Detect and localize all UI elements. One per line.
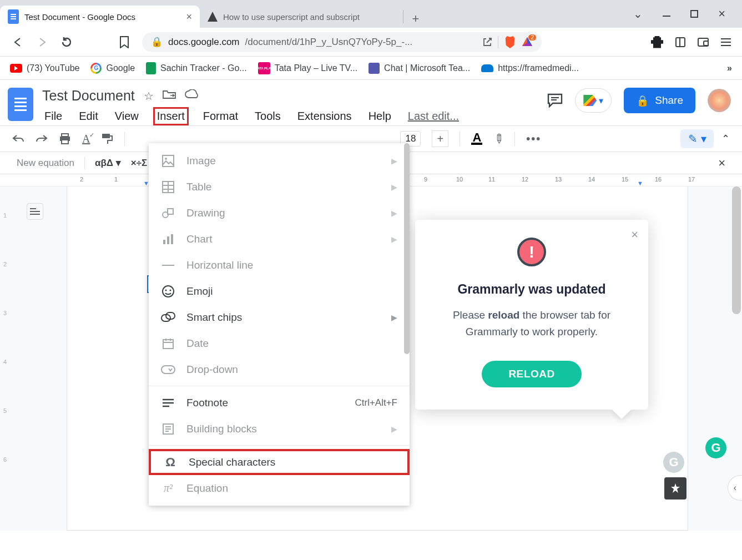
page-scrollbar[interactable] — [732, 186, 741, 314]
menu-item-table[interactable]: Table▶ — [149, 174, 410, 200]
ruler-tick: 6 — [3, 456, 7, 463]
menu-help[interactable]: Help — [366, 109, 393, 124]
menu-item-horizontal-line[interactable]: Horizontal line — [149, 252, 410, 278]
menu-item-special-characters[interactable]: ΩSpecial characters — [149, 449, 410, 475]
equation-bar-close-icon[interactable]: × — [718, 156, 725, 170]
menu-view[interactable]: View — [113, 109, 141, 124]
menu-item-smart-chips[interactable]: Smart chips▶ — [149, 304, 410, 330]
menu-item-chart[interactable]: Chart▶ — [149, 226, 410, 252]
menu-item-date[interactable]: Date — [149, 330, 410, 356]
menu-item-dropdown[interactable]: Drop-down — [149, 356, 410, 382]
menu-last-edit[interactable]: Last edit... — [406, 109, 461, 124]
menu-extensions[interactable]: Extensions — [295, 109, 354, 124]
window-minimize-icon[interactable] — [663, 16, 670, 17]
bookmark-label: https://framedmedi... — [498, 63, 579, 73]
document-title[interactable]: Test Document — [42, 88, 135, 104]
drawing-icon — [161, 206, 175, 220]
browser-tab-background[interactable]: How to use superscript and subscript — [200, 6, 400, 28]
new-tab-button[interactable]: + — [407, 10, 425, 28]
menu-insert[interactable]: Insert — [153, 107, 189, 125]
ruler-tick: 17 — [688, 176, 695, 183]
toolbar-more-icon[interactable]: ••• — [526, 133, 541, 145]
sidepanel-icon[interactable] — [675, 37, 685, 47]
submenu-arrow-icon: ▶ — [391, 313, 397, 322]
browser-tab-active[interactable]: Test Document - Google Docs × — [0, 6, 200, 28]
browser-menu-icon[interactable] — [721, 38, 731, 46]
submenu-arrow-icon: ▶ — [391, 183, 397, 191]
collapse-toolbar-icon[interactable]: ⌃ — [721, 133, 730, 145]
bookmark-item[interactable]: Google — [90, 63, 135, 74]
bookmark-item[interactable]: Chat | Microsoft Tea... — [369, 63, 470, 74]
menu-item-label: Building blocks — [186, 423, 257, 435]
back-button[interactable] — [11, 36, 24, 49]
brave-rewards-icon[interactable]: 2 — [522, 37, 533, 48]
insert-menu-dropdown: Image▶ Table▶ Drawing▶ Chart▶ Horizontal… — [149, 143, 410, 506]
meet-button[interactable]: ▾ — [575, 88, 612, 113]
bookmark-icon[interactable] — [118, 36, 131, 49]
star-icon[interactable]: ☆ — [144, 89, 154, 103]
wallet-icon[interactable] — [698, 38, 709, 47]
menu-item-label: Equation — [186, 482, 228, 495]
grammarly-reload-button[interactable]: RELOAD — [482, 361, 581, 387]
editing-mode-button[interactable]: ✎▾ — [680, 129, 714, 148]
menu-item-equation[interactable]: π²Equation — [149, 475, 410, 501]
menu-item-drawing[interactable]: Drawing▶ — [149, 200, 410, 226]
text-color-icon[interactable]: A — [471, 133, 482, 145]
docs-logo-icon[interactable] — [8, 88, 33, 121]
account-avatar[interactable] — [708, 89, 731, 112]
side-panel-expand-icon[interactable]: ‹ — [728, 475, 742, 501]
horizontal-line-icon — [161, 258, 175, 273]
menu-tools[interactable]: Tools — [253, 109, 283, 124]
sheets-icon — [146, 62, 156, 74]
cloud-status-icon[interactable] — [185, 89, 199, 103]
brave-shield-icon[interactable] — [504, 36, 516, 49]
outline-toggle-icon[interactable] — [27, 203, 43, 220]
bookmark-item[interactable]: https://framedmedi... — [481, 63, 579, 73]
ruler-tick: 9 — [424, 176, 427, 183]
menu-item-label: Footnote — [186, 397, 228, 409]
share-button[interactable]: 🔒Share — [624, 88, 695, 113]
highlight-color-icon[interactable]: ✎ — [490, 130, 507, 147]
grammarly-close-icon[interactable]: × — [631, 228, 638, 242]
grammarly-disabled-icon[interactable]: G — [663, 452, 684, 473]
menu-file[interactable]: File — [42, 109, 64, 124]
menu-item-emoji[interactable]: Emoji — [149, 278, 410, 304]
menu-separator — [149, 386, 410, 386]
extensions-icon[interactable] — [651, 36, 663, 48]
greek-letters-button[interactable]: αβΔ ▾ — [95, 157, 121, 169]
window-close-icon[interactable]: × — [718, 7, 725, 21]
menu-item-building-blocks[interactable]: Building blocks▶ — [149, 416, 410, 442]
move-icon[interactable] — [163, 89, 176, 103]
comment-history-icon[interactable] — [547, 93, 563, 108]
reload-button[interactable] — [60, 36, 73, 49]
tab-close-icon[interactable]: × — [186, 11, 192, 23]
svg-rect-18 — [163, 340, 173, 349]
tablist-chevron-icon[interactable]: ⌄ — [633, 7, 643, 21]
menu-item-image[interactable]: Image▶ — [149, 148, 410, 174]
explore-button[interactable] — [664, 477, 687, 500]
menu-item-footnote[interactable]: FootnoteCtrl+Alt+F — [149, 390, 410, 416]
redo-icon[interactable] — [36, 134, 48, 144]
bookmarks-overflow-icon[interactable]: » — [727, 63, 732, 73]
font-size-plus[interactable]: + — [432, 130, 448, 147]
bookmark-item[interactable]: (73) YouTube — [10, 63, 79, 73]
new-equation-button[interactable]: New equation — [17, 158, 74, 169]
print-icon[interactable] — [59, 133, 71, 144]
onedrive-icon — [481, 64, 493, 72]
paint-format-icon[interactable] — [101, 133, 113, 145]
forward-button[interactable] — [36, 36, 49, 49]
menu-edit[interactable]: Edit — [77, 109, 100, 124]
undo-icon[interactable] — [12, 134, 24, 144]
svg-rect-4 — [163, 155, 174, 167]
bookmark-item[interactable]: TATA PLAYTata Play – Live TV... — [258, 62, 357, 74]
browser-toolbar: 🔒 docs.google.com/document/d/1hP_y_UsnQ7… — [0, 28, 742, 57]
url-bar[interactable]: 🔒 docs.google.com/document/d/1hP_y_UsnQ7… — [142, 32, 542, 52]
spellcheck-icon[interactable]: A✓ — [82, 133, 90, 145]
share-url-icon[interactable] — [482, 37, 492, 47]
bookmark-item[interactable]: Sachin Tracker - Go... — [146, 62, 247, 74]
menu-format[interactable]: Format — [201, 109, 240, 124]
math-ops-button[interactable]: ×÷Σ — [131, 158, 147, 169]
grammarly-fab-icon[interactable]: G — [705, 437, 726, 458]
window-maximize-icon[interactable] — [690, 10, 698, 18]
right-margin-marker-icon[interactable]: ▼ — [637, 180, 643, 186]
